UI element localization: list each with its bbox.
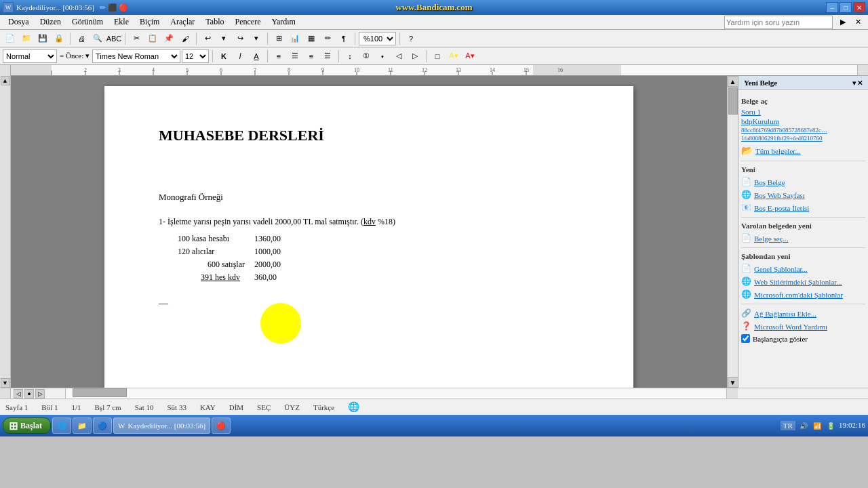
insert-table-button[interactable]: ⊞ xyxy=(271,32,286,45)
document-area: MUHASEBE DERSLERİ Monografi Örneği 1- İş… xyxy=(11,76,727,388)
spelling-button[interactable]: ABC xyxy=(106,32,121,45)
window-controls: – □ ✕ xyxy=(826,2,865,13)
minimize-button[interactable]: – xyxy=(826,2,838,13)
h-scroll-thumb[interactable] xyxy=(73,388,127,397)
start-button[interactable]: ⊞ Başlat xyxy=(3,418,51,434)
new-button[interactable]: 📄 xyxy=(3,32,18,45)
close-button[interactable]: ✕ xyxy=(853,2,865,13)
menu-duzen[interactable]: Düzen xyxy=(35,16,66,28)
template2-link[interactable]: Web Sitlérimdeki Şablonlar... xyxy=(754,277,842,287)
columns-button[interactable]: ▦ xyxy=(304,32,319,45)
open-link-1[interactable]: Soru 1 xyxy=(741,107,865,117)
scroll-track[interactable] xyxy=(728,87,738,377)
browse-btn[interactable]: ● xyxy=(24,389,34,399)
existing-doc-link[interactable]: Belge seç... xyxy=(754,234,789,243)
redo-dropdown[interactable]: ▾ xyxy=(249,32,264,45)
prev-page-btn[interactable]: ◁ xyxy=(14,389,23,399)
scroll-up-btn[interactable]: ▲ xyxy=(728,76,738,87)
template1-link[interactable]: Genel Şablonlar... xyxy=(754,264,808,274)
maximize-button[interactable]: □ xyxy=(840,2,852,13)
numbering-button[interactable]: ① xyxy=(359,49,374,63)
taskbar-bandicam[interactable]: 🔴 xyxy=(212,418,231,434)
decrease-indent[interactable]: ◁ xyxy=(391,49,406,63)
next-page-btn[interactable]: ▷ xyxy=(35,389,45,399)
align-right[interactable]: ≡ xyxy=(304,49,319,63)
underline-button[interactable]: A xyxy=(249,49,264,63)
cut-button[interactable]: ✂ xyxy=(129,32,144,45)
redo-button[interactable]: ↪ xyxy=(233,32,248,45)
template3-link[interactable]: Microsoft.com'daki Şablonlar xyxy=(754,290,843,300)
undo-button[interactable]: ↩ xyxy=(200,32,215,45)
scroll-down-btn[interactable]: ▼ xyxy=(728,377,738,388)
italic-button[interactable]: İ xyxy=(233,49,248,63)
bold-button[interactable]: K xyxy=(216,49,231,63)
justify[interactable]: ☰ xyxy=(320,49,335,63)
menu-araclar[interactable]: Araçlar xyxy=(165,16,200,28)
undo-dropdown[interactable]: ▾ xyxy=(216,32,231,45)
sep-fmt1 xyxy=(212,50,213,62)
network-link[interactable]: Ağ Bağlantısı Ekle... xyxy=(754,309,816,319)
line-spacing[interactable]: ↕ xyxy=(342,49,357,63)
h-scroll-track[interactable] xyxy=(65,388,727,399)
help-button[interactable]: ? xyxy=(403,32,418,45)
taskbar-chrome[interactable]: 🔵 xyxy=(93,418,112,434)
startup-checkbox[interactable] xyxy=(741,334,750,343)
menu-bicim[interactable]: Biçim xyxy=(134,16,165,28)
panel-close-btn[interactable]: ✕ xyxy=(857,79,863,87)
help-search-button[interactable]: ▶ xyxy=(835,16,850,29)
word-help-link[interactable]: Microsoft Word Yardımı xyxy=(754,322,827,331)
all-docs-link[interactable]: Tüm belgeler... xyxy=(755,146,801,156)
format-toolbar: Normal = Önce: ▾ Times New Roman 12 K İ … xyxy=(0,47,868,65)
font-color[interactable]: A▾ xyxy=(462,49,477,63)
copy-button[interactable]: 📋 xyxy=(145,32,160,45)
drawing-button[interactable]: ✏ xyxy=(320,32,335,45)
open-button[interactable]: 📁 xyxy=(19,32,34,45)
new-email-link[interactable]: Boş E-posta İletisi xyxy=(754,203,809,213)
panel-menu-btn[interactable]: ▾ xyxy=(852,79,856,87)
increase-indent[interactable]: ▷ xyxy=(408,49,422,63)
size-select[interactable]: 12 xyxy=(182,49,209,63)
taskbar-word[interactable]: W Kaydediliyor... [00:03:56] xyxy=(113,418,210,434)
ruler-corner xyxy=(0,65,11,76)
menu-tablo[interactable]: Tablo xyxy=(200,16,229,28)
show-hide-button[interactable]: ¶ xyxy=(336,32,351,45)
zoom-select[interactable]: %100 xyxy=(359,32,396,45)
font-select[interactable]: Times New Roman xyxy=(92,49,180,63)
menu-pencere[interactable]: Pencere xyxy=(229,16,266,28)
print-button[interactable]: 🖨 xyxy=(74,32,89,45)
panel-title: Yeni Belge xyxy=(744,79,777,87)
print-preview-button[interactable]: 🔍 xyxy=(90,32,105,45)
open-link-2[interactable]: bdpKurulum xyxy=(741,117,865,126)
taskbar-ie[interactable]: 🌐 xyxy=(52,418,71,434)
align-center[interactable]: ☰ xyxy=(288,49,302,63)
highlight-button[interactable]: A▾ xyxy=(446,49,461,63)
bullets-button[interactable]: • xyxy=(375,49,390,63)
section-template-title: Şablondan yeni xyxy=(741,252,865,260)
help-search-input[interactable] xyxy=(724,16,833,29)
format-painter[interactable]: 🖌 xyxy=(178,32,193,45)
help-panel-close[interactable]: ✕ xyxy=(850,16,865,29)
outside-border[interactable]: □ xyxy=(430,49,445,63)
standard-toolbar: 📄 📁 💾 🔒 🖨 🔍 ABC ✂ 📋 📌 🖌 ↩ ▾ ↪ ▾ ⊞ 📊 ▦ ✏ … xyxy=(0,30,868,47)
menu-yardim[interactable]: Yardım xyxy=(266,16,300,28)
new-web-link[interactable]: Boş Web Sayfası xyxy=(754,190,805,200)
taskbar-explorer[interactable]: 📁 xyxy=(73,418,92,434)
paste-button[interactable]: 📌 xyxy=(161,32,176,45)
svg-text:3: 3 xyxy=(118,67,121,73)
open-link-3[interactable]: 88cc8f4769d87b085728687e82c… xyxy=(741,126,865,134)
menu-ekle[interactable]: Ekle xyxy=(108,16,134,28)
style-select[interactable]: Normal xyxy=(3,49,57,63)
insert-spreadsheet-button[interactable]: 📊 xyxy=(288,32,302,45)
align-left[interactable]: ≡ xyxy=(271,49,286,63)
open-link-4[interactable]: 1fa800806291fbf29+fed8210760 xyxy=(741,134,865,142)
scroll-up[interactable]: ▲ xyxy=(1,76,10,85)
template2-item: 🌐 Web Sitlérimdeki Şablonlar... xyxy=(741,275,865,288)
row2-code: 120 alıcılar xyxy=(174,246,249,258)
save-button[interactable]: 💾 xyxy=(35,32,50,45)
menu-dosya[interactable]: Dosya xyxy=(3,16,35,28)
menu-gorunum[interactable]: Görünüm xyxy=(66,16,108,28)
new-doc-link[interactable]: Boş Belge xyxy=(754,178,785,187)
scroll-thumb[interactable] xyxy=(728,87,738,115)
scroll-down[interactable]: ▼ xyxy=(1,378,10,388)
permission-button[interactable]: 🔒 xyxy=(52,32,66,45)
